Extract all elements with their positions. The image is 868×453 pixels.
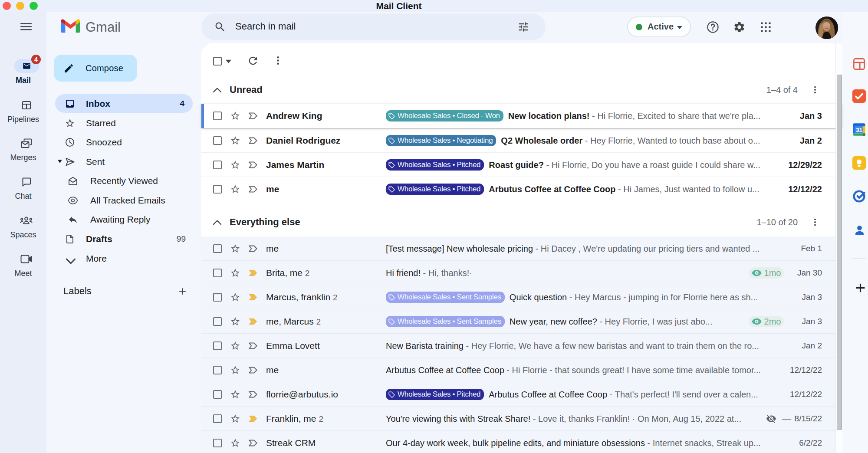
svg-text:31: 31 [856, 127, 863, 133]
